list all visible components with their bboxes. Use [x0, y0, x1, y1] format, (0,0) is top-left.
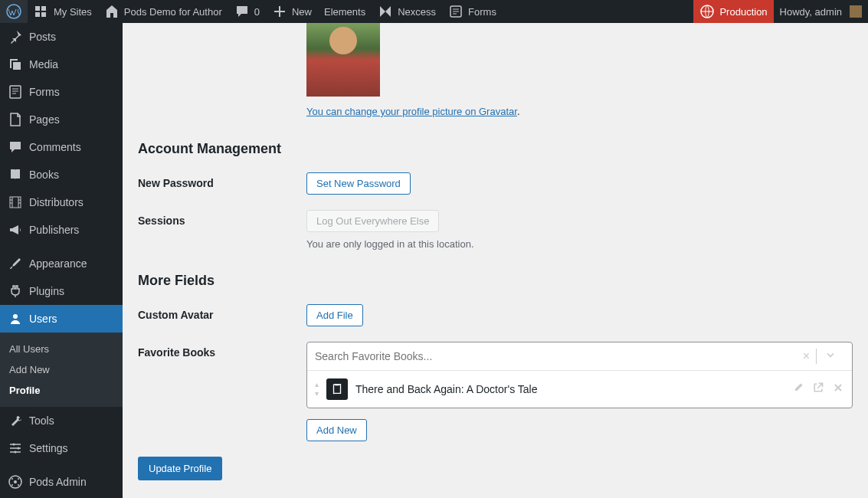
book-icon: [8, 167, 23, 182]
more-fields-heading: More Fields: [138, 273, 853, 289]
account-management-heading: Account Management: [138, 141, 853, 157]
edit-icon[interactable]: [792, 382, 804, 397]
howdy-user[interactable]: Howdy, admin: [774, 0, 868, 23]
custom-avatar-label: Custom Avatar: [138, 304, 306, 321]
search-favorite-books-input[interactable]: [315, 350, 797, 362]
submenu-add-new[interactable]: Add New: [0, 359, 123, 380]
svg-point-13: [11, 484, 13, 486]
svg-point-12: [18, 478, 19, 480]
sessions-help-text: You are only logged in at this location.: [306, 238, 853, 250]
svg-rect-4: [10, 197, 21, 208]
media-icon: [8, 57, 23, 72]
book-item-title: There and Back Again: A Doctor's Tale: [355, 383, 784, 395]
pages-icon: [8, 112, 23, 127]
sidebar-pages[interactable]: Pages: [0, 106, 123, 133]
wrench-icon: [8, 413, 23, 428]
sidebar-plugins[interactable]: Plugins: [0, 277, 123, 305]
new-content[interactable]: New: [266, 0, 318, 23]
svg-point-11: [11, 478, 13, 480]
add-new-book-button[interactable]: Add New: [306, 419, 367, 441]
logout-everywhere-button: Log Out Everywhere Else: [306, 210, 439, 232]
chevron-down-icon[interactable]: [817, 349, 844, 364]
sliders-icon: [8, 441, 23, 456]
gravatar-link[interactable]: You can change your profile picture on G…: [306, 106, 517, 117]
svg-point-6: [13, 444, 15, 446]
add-file-button[interactable]: Add File: [306, 304, 363, 326]
book-list-item: ▴▾ There and Back Again: A Doctor's Tale: [307, 371, 852, 408]
megaphone-icon: [8, 222, 23, 238]
pods-icon: [8, 474, 23, 490]
sidebar-books[interactable]: Books: [0, 161, 123, 188]
submenu-all-users[interactable]: All Users: [0, 339, 123, 359]
clear-icon[interactable]: ×: [797, 349, 816, 363]
comments-count[interactable]: 0: [228, 0, 266, 23]
production-badge[interactable]: Production: [693, 0, 773, 23]
svg-point-7: [18, 447, 20, 450]
svg-rect-3: [10, 86, 21, 98]
sessions-label: Sessions: [138, 210, 306, 227]
sidebar-publishers[interactable]: Publishers: [0, 216, 123, 244]
set-password-button[interactable]: Set New Password: [306, 172, 411, 195]
sidebar-media[interactable]: Media: [0, 51, 123, 78]
wp-logo[interactable]: [0, 0, 28, 23]
nexcess[interactable]: Nexcess: [372, 0, 442, 23]
sidebar-settings[interactable]: Settings: [0, 434, 123, 462]
admin-topbar: My Sites Pods Demo for Author 0 New Elem…: [0, 0, 868, 23]
brush-icon: [8, 256, 23, 271]
svg-point-8: [15, 451, 17, 454]
plug-icon: [8, 283, 23, 299]
sidebar-posts[interactable]: Posts: [0, 23, 123, 51]
pin-icon: [8, 29, 23, 44]
svg-point-14: [18, 484, 19, 486]
new-password-label: New Password: [138, 172, 306, 189]
sidebar-pods-admin[interactable]: Pods Admin: [0, 468, 123, 496]
svg-point-5: [13, 314, 18, 319]
sidebar-distributors[interactable]: Distributors: [0, 188, 123, 216]
sidebar-comments[interactable]: Comments: [0, 133, 123, 161]
remove-icon[interactable]: [832, 382, 844, 397]
elements[interactable]: Elements: [318, 0, 372, 23]
update-profile-button[interactable]: Update Profile: [138, 457, 222, 480]
favorite-books-label: Favorite Books: [138, 342, 306, 359]
avatar: [850, 5, 862, 18]
film-icon: [8, 195, 23, 210]
sidebar-appearance[interactable]: Appearance: [0, 250, 123, 277]
external-link-icon[interactable]: [812, 382, 824, 397]
admin-sidebar: Posts Media Forms Pages Comments Books D…: [0, 23, 123, 498]
site-name[interactable]: Pods Demo for Author: [98, 0, 228, 23]
svg-point-10: [14, 480, 17, 483]
forms-top[interactable]: Forms: [442, 0, 503, 23]
user-icon: [8, 311, 23, 326]
sidebar-users[interactable]: Users: [0, 305, 123, 333]
sidebar-tools[interactable]: Tools: [0, 407, 123, 434]
forms-icon: [8, 84, 23, 100]
sidebar-forms[interactable]: Forms: [0, 78, 123, 106]
my-sites[interactable]: My Sites: [28, 0, 98, 23]
main-content: You can change your profile picture on G…: [123, 23, 868, 498]
users-submenu: All Users Add New Profile: [0, 333, 123, 407]
comment-icon: [8, 139, 23, 155]
drag-handle[interactable]: ▴▾: [315, 381, 319, 398]
submenu-profile[interactable]: Profile: [0, 380, 123, 401]
favorite-books-select: × ▴▾ There and Back Again: A Doctor's Ta…: [306, 342, 853, 408]
profile-picture: [306, 23, 380, 97]
book-thumbnail-icon: [326, 378, 348, 400]
